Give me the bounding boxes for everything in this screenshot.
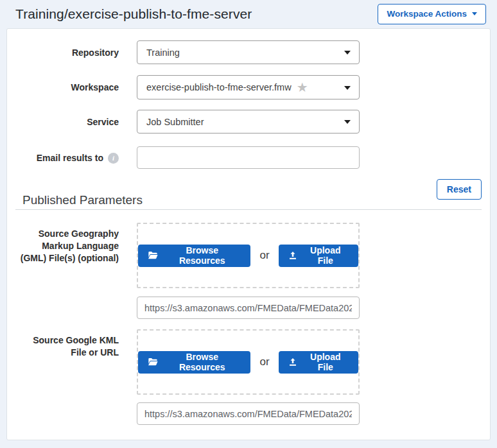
email-label: Email results to i: [15, 146, 119, 164]
service-selected-value: Job Submitter: [146, 117, 204, 127]
upload-icon: [288, 358, 297, 366]
repository-selected-value: Training: [146, 47, 180, 58]
workspace-actions-button[interactable]: Workspace Actions: [378, 4, 486, 24]
service-select[interactable]: Job Submitter: [137, 110, 360, 134]
browse-resources-button[interactable]: Browse Resources: [138, 245, 250, 267]
service-row: Service Job Submitter: [15, 110, 490, 134]
browse-resources-label: Browse Resources: [163, 352, 241, 372]
workspace-actions-label: Workspace Actions: [387, 9, 467, 19]
folder-open-icon: [148, 251, 158, 260]
upload-file-label: Upload File: [302, 245, 349, 266]
param-gml-label: Source Geography Markup Language (GML) F…: [15, 223, 119, 264]
param-kml: Source Google KML File or URL Browse Res…: [7, 329, 490, 425]
param-gml: Source Geography Markup Language (GML) F…: [7, 223, 490, 319]
caret-down-icon: [344, 86, 351, 90]
reset-button[interactable]: Reset: [437, 179, 482, 200]
email-row: Email results to i: [15, 146, 490, 169]
or-separator: or: [259, 356, 269, 368]
param-kml-dropzone[interactable]: Browse Resources or Upload File: [137, 329, 360, 395]
info-icon[interactable]: i: [108, 153, 119, 164]
param-kml-label: Source Google KML File or URL: [15, 329, 119, 359]
caret-down-icon: [344, 120, 351, 124]
star-icon[interactable]: ★: [297, 81, 308, 94]
repository-label: Repository: [15, 40, 119, 59]
folder-open-icon: [148, 358, 158, 366]
param-gml-dropzone[interactable]: Browse Resources or Upload File: [137, 223, 360, 288]
upload-file-button[interactable]: Upload File: [279, 351, 358, 374]
page-title: Training/exercise-publish-to-fme-server: [15, 6, 252, 22]
upload-file-label: Upload File: [302, 352, 349, 372]
workspace-row: Workspace exercise-publish-to-fme-server…: [15, 75, 490, 99]
or-separator: or: [259, 249, 269, 262]
run-workspace-card: Repository Training Workspace exercise-p…: [6, 28, 491, 440]
workspace-selected-value: exercise-publish-to-fme-server.fmw: [146, 82, 292, 92]
upload-icon: [288, 251, 297, 260]
caret-down-icon: [344, 51, 351, 55]
browse-resources-label: Browse Resources: [163, 245, 241, 266]
email-input[interactable]: [137, 146, 360, 169]
upload-file-button[interactable]: Upload File: [279, 245, 358, 267]
workspace-label: Workspace: [15, 75, 119, 94]
param-kml-row: Source Google KML File or URL Browse Res…: [15, 329, 490, 395]
param-kml-url-input[interactable]: [137, 402, 360, 425]
workspace-select[interactable]: exercise-publish-to-fme-server.fmw ★: [137, 75, 360, 99]
published-parameters-header: Published Parameters Reset: [15, 179, 482, 210]
repository-select[interactable]: Training: [137, 40, 360, 64]
caret-down-icon: [472, 12, 477, 15]
param-gml-url-input[interactable]: [137, 297, 360, 319]
published-parameters-heading: Published Parameters: [22, 193, 143, 207]
browse-resources-button[interactable]: Browse Resources: [138, 351, 250, 374]
top-bar: Training/exercise-publish-to-fme-server …: [0, 0, 497, 28]
service-label: Service: [15, 110, 119, 128]
repository-row: Repository Training: [15, 40, 490, 64]
param-gml-row: Source Geography Markup Language (GML) F…: [15, 223, 490, 288]
